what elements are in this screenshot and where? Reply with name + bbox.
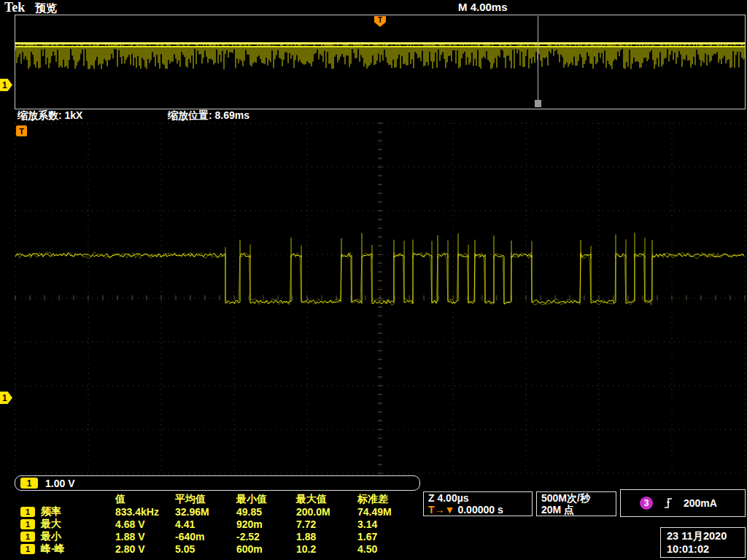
zoom-position-label: 缩放位置: 8.69ms bbox=[168, 109, 249, 122]
measurement-stddev: 3.14 bbox=[357, 518, 420, 530]
record-length-readout: 20M 点 bbox=[541, 505, 611, 516]
measurement-name: 最大 bbox=[41, 518, 61, 531]
col-header-min: 最小值 bbox=[236, 493, 296, 506]
measurement-header-row: 值 平均值 最小值 最大值 标准差 bbox=[15, 493, 420, 505]
channel1-marker-overview-label: 1 bbox=[2, 81, 7, 90]
measurement-max: 200.0M bbox=[296, 506, 357, 518]
main-graticule bbox=[15, 122, 746, 474]
tek-logo: Tek bbox=[4, 0, 25, 15]
measurement-table: 值 平均值 最小值 最大值 标准差 1频率 833.4kHz 32.96M 49… bbox=[15, 493, 420, 555]
trigger-arrow-icon: T→▼ bbox=[428, 504, 454, 516]
measurement-stddev: 74.49M bbox=[357, 506, 420, 518]
zoom-overview-window: T bbox=[15, 15, 746, 109]
trigger-status-box[interactable]: 3 200mA bbox=[620, 489, 746, 517]
channel1-scale-readout: 1.00 V bbox=[45, 478, 74, 489]
col-header-max: 最大值 bbox=[296, 493, 357, 506]
measurement-max: 10.2 bbox=[296, 543, 357, 555]
channel1-badge: 1 bbox=[20, 544, 35, 554]
measurement-value: 2.80 V bbox=[115, 543, 175, 555]
col-header-value: 值 bbox=[115, 493, 175, 506]
measurement-row-min: 1最小 1.88 V -640m -2.52 1.88 1.67 bbox=[15, 530, 420, 542]
col-header-mean: 平均值 bbox=[175, 493, 236, 506]
measurement-mean: 32.96M bbox=[175, 506, 236, 518]
measurement-mean: 4.41 bbox=[175, 518, 236, 530]
col-header-stddev: 标准差 bbox=[357, 493, 420, 506]
channel1-badge: 1 bbox=[20, 519, 35, 529]
measurement-name: 峰-峰 bbox=[41, 542, 65, 556]
measurement-value: 4.68 V bbox=[115, 518, 175, 530]
oscilloscope-screen: Tek 预览 M 4.00ms T 1 缩放系数: 1kX 缩放位置: 8.69… bbox=[0, 0, 747, 560]
measurement-name: 最小 bbox=[41, 530, 61, 543]
channel1-marker-overview[interactable]: 1 bbox=[0, 79, 12, 91]
sample-rate-readout: 500M次/秒 bbox=[541, 493, 611, 505]
trigger-indicator-flag[interactable]: T bbox=[16, 125, 27, 136]
measurement-row-max: 1最大 4.68 V 4.41 920m 7.72 3.14 bbox=[15, 518, 420, 530]
measurement-stddev: 4.50 bbox=[357, 543, 420, 555]
zoom-timebase-readout: Z 4.00µs bbox=[428, 493, 527, 505]
time-readout: 10:01:02 bbox=[667, 542, 739, 556]
measurement-mean: 5.05 bbox=[175, 543, 236, 555]
date-readout: 23 11月2020 bbox=[667, 529, 739, 542]
acquisition-status: 预览 bbox=[35, 1, 57, 15]
measurement-row-pkpk: 1峰-峰 2.80 V 5.05 600m 10.2 4.50 bbox=[15, 542, 420, 555]
channel1-badge: 1 bbox=[20, 507, 35, 517]
measurement-min: 920m bbox=[236, 518, 296, 530]
zoom-factor-label: 缩放系数: 1kX bbox=[18, 109, 82, 122]
channel-scale-bar[interactable]: 1 1.00 V bbox=[15, 475, 420, 491]
trigger-position-readout: 0.00000 s bbox=[457, 504, 503, 516]
measurement-stddev: 1.67 bbox=[357, 531, 420, 542]
main-timebase-readout: M 4.00ms bbox=[458, 1, 508, 13]
trigger-level-readout: 200mA bbox=[684, 497, 717, 509]
measurement-min: 49.85 bbox=[236, 506, 296, 518]
channel3-badge: 3 bbox=[640, 497, 653, 510]
zoom-window-cursor[interactable] bbox=[538, 16, 538, 101]
measurement-name: 频率 bbox=[41, 505, 61, 518]
channel1-badge: 1 bbox=[20, 532, 35, 542]
measurement-min: -2.52 bbox=[236, 531, 296, 542]
zoom-timebase-box[interactable]: Z 4.00µs T→▼0.00000 s bbox=[423, 491, 533, 516]
measurement-value: 833.4kHz bbox=[115, 506, 175, 518]
channel1-ground-marker[interactable]: 1 bbox=[0, 392, 12, 404]
measurement-min: 600m bbox=[236, 543, 296, 555]
measurement-max: 1.88 bbox=[296, 531, 357, 542]
rising-edge-icon bbox=[663, 497, 673, 510]
overview-waveform bbox=[15, 15, 745, 109]
trigger-indicator-letter: T bbox=[19, 127, 24, 136]
measurement-max: 7.72 bbox=[296, 518, 357, 530]
zoom-window-handle[interactable] bbox=[535, 100, 541, 107]
channel1-ground-marker-label: 1 bbox=[2, 394, 7, 402]
datetime-box: 23 11月2020 10:01:02 bbox=[660, 527, 746, 558]
channel1-badge: 1 bbox=[20, 478, 38, 489]
measurement-mean: -640m bbox=[175, 531, 236, 542]
acquisition-info-box[interactable]: 500M次/秒 20M 点 bbox=[536, 491, 616, 516]
measurement-value: 1.88 V bbox=[115, 531, 175, 542]
measurement-row-frequency: 1频率 833.4kHz 32.96M 49.85 200.0M 74.49M bbox=[15, 505, 420, 518]
trigger-position-letter: T bbox=[378, 16, 382, 27]
